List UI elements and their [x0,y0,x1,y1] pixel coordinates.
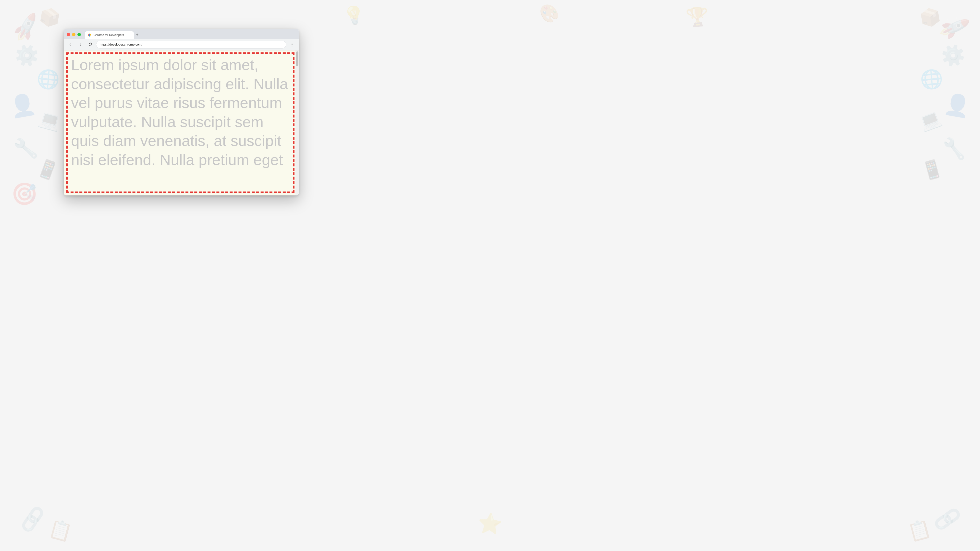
scrollbar-track [296,51,299,195]
close-button[interactable] [67,33,70,36]
tab-bar: Chrome for Developers + [85,31,299,39]
maximize-button[interactable] [78,33,81,36]
menu-button[interactable] [288,41,296,49]
minimize-button[interactable] [72,33,75,36]
new-tab-button[interactable]: + [134,31,141,38]
url-text: https://developer.chrome.com/ [100,43,283,46]
chrome-favicon [88,33,92,37]
address-bar[interactable]: https://developer.chrome.com/ [96,41,286,49]
lorem-ipsum-text: Lorem ipsum dolor sit amet, consectetur … [71,56,291,169]
tab-title: Chrome for Developers [94,33,131,37]
window-controls [67,33,81,39]
scrollbar-thumb[interactable] [296,51,298,66]
svg-point-5 [292,46,293,46]
svg-point-4 [292,44,293,45]
active-tab[interactable]: Chrome for Developers [85,31,134,39]
more-options-icon [290,42,294,47]
reload-icon [88,42,92,47]
svg-point-3 [292,43,293,43]
browser-window: Chrome for Developers + https://develope… [64,29,299,195]
titlebar: Chrome for Developers + [64,29,299,39]
reload-button[interactable] [86,41,94,49]
navbar: https://developer.chrome.com/ [64,39,299,51]
page-content: Lorem ipsum dolor sit amet, consectetur … [64,51,299,195]
svg-point-2 [89,34,91,36]
back-icon [68,42,73,47]
forward-icon [78,42,83,47]
back-button[interactable] [67,41,75,49]
forward-button[interactable] [76,41,84,49]
